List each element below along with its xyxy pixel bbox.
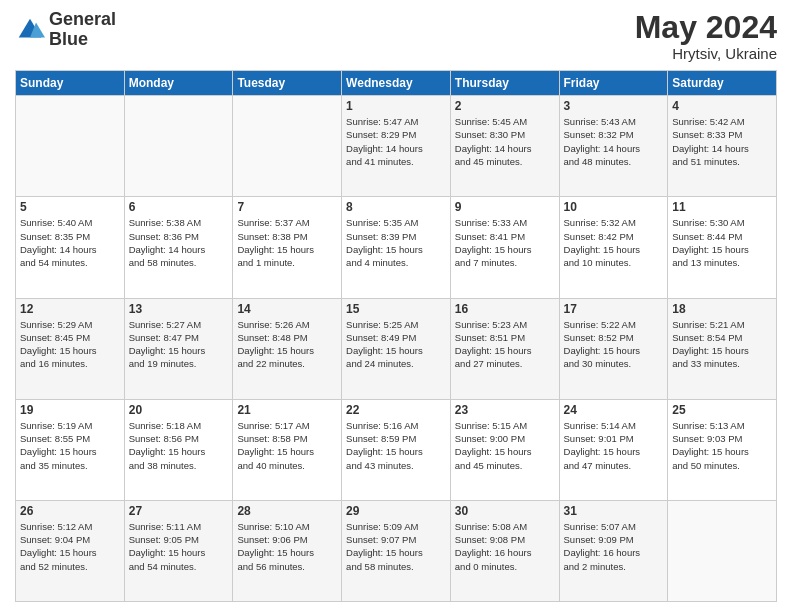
day-info: Sunrise: 5:38 AM Sunset: 8:36 PM Dayligh… <box>129 216 229 269</box>
day-info: Sunrise: 5:22 AM Sunset: 8:52 PM Dayligh… <box>564 318 664 371</box>
table-row: 12Sunrise: 5:29 AM Sunset: 8:45 PM Dayli… <box>16 298 125 399</box>
day-number: 24 <box>564 403 664 417</box>
page: General Blue May 2024 Hrytsiv, Ukraine S… <box>0 0 792 612</box>
col-wednesday: Wednesday <box>342 71 451 96</box>
day-number: 18 <box>672 302 772 316</box>
table-row: 27Sunrise: 5:11 AM Sunset: 9:05 PM Dayli… <box>124 500 233 601</box>
table-row: 25Sunrise: 5:13 AM Sunset: 9:03 PM Dayli… <box>668 399 777 500</box>
day-number: 13 <box>129 302 229 316</box>
table-row <box>16 96 125 197</box>
day-number: 2 <box>455 99 555 113</box>
table-row: 13Sunrise: 5:27 AM Sunset: 8:47 PM Dayli… <box>124 298 233 399</box>
day-number: 17 <box>564 302 664 316</box>
table-row: 7Sunrise: 5:37 AM Sunset: 8:38 PM Daylig… <box>233 197 342 298</box>
table-row: 9Sunrise: 5:33 AM Sunset: 8:41 PM Daylig… <box>450 197 559 298</box>
day-info: Sunrise: 5:16 AM Sunset: 8:59 PM Dayligh… <box>346 419 446 472</box>
calendar-week-row: 1Sunrise: 5:47 AM Sunset: 8:29 PM Daylig… <box>16 96 777 197</box>
table-row: 5Sunrise: 5:40 AM Sunset: 8:35 PM Daylig… <box>16 197 125 298</box>
day-number: 31 <box>564 504 664 518</box>
table-row: 14Sunrise: 5:26 AM Sunset: 8:48 PM Dayli… <box>233 298 342 399</box>
day-number: 22 <box>346 403 446 417</box>
day-number: 10 <box>564 200 664 214</box>
table-row: 4Sunrise: 5:42 AM Sunset: 8:33 PM Daylig… <box>668 96 777 197</box>
logo: General Blue <box>15 10 116 50</box>
day-number: 8 <box>346 200 446 214</box>
day-info: Sunrise: 5:29 AM Sunset: 8:45 PM Dayligh… <box>20 318 120 371</box>
table-row: 23Sunrise: 5:15 AM Sunset: 9:00 PM Dayli… <box>450 399 559 500</box>
table-row: 29Sunrise: 5:09 AM Sunset: 9:07 PM Dayli… <box>342 500 451 601</box>
calendar-week-row: 26Sunrise: 5:12 AM Sunset: 9:04 PM Dayli… <box>16 500 777 601</box>
title-month: May 2024 <box>635 10 777 45</box>
day-info: Sunrise: 5:09 AM Sunset: 9:07 PM Dayligh… <box>346 520 446 573</box>
title-location: Hrytsiv, Ukraine <box>635 45 777 62</box>
day-info: Sunrise: 5:43 AM Sunset: 8:32 PM Dayligh… <box>564 115 664 168</box>
day-info: Sunrise: 5:27 AM Sunset: 8:47 PM Dayligh… <box>129 318 229 371</box>
col-tuesday: Tuesday <box>233 71 342 96</box>
day-info: Sunrise: 5:26 AM Sunset: 8:48 PM Dayligh… <box>237 318 337 371</box>
col-saturday: Saturday <box>668 71 777 96</box>
day-info: Sunrise: 5:19 AM Sunset: 8:55 PM Dayligh… <box>20 419 120 472</box>
table-row: 31Sunrise: 5:07 AM Sunset: 9:09 PM Dayli… <box>559 500 668 601</box>
day-info: Sunrise: 5:32 AM Sunset: 8:42 PM Dayligh… <box>564 216 664 269</box>
table-row: 20Sunrise: 5:18 AM Sunset: 8:56 PM Dayli… <box>124 399 233 500</box>
day-info: Sunrise: 5:07 AM Sunset: 9:09 PM Dayligh… <box>564 520 664 573</box>
day-info: Sunrise: 5:45 AM Sunset: 8:30 PM Dayligh… <box>455 115 555 168</box>
col-monday: Monday <box>124 71 233 96</box>
table-row: 16Sunrise: 5:23 AM Sunset: 8:51 PM Dayli… <box>450 298 559 399</box>
day-info: Sunrise: 5:30 AM Sunset: 8:44 PM Dayligh… <box>672 216 772 269</box>
day-number: 29 <box>346 504 446 518</box>
day-info: Sunrise: 5:08 AM Sunset: 9:08 PM Dayligh… <box>455 520 555 573</box>
day-number: 7 <box>237 200 337 214</box>
table-row: 22Sunrise: 5:16 AM Sunset: 8:59 PM Dayli… <box>342 399 451 500</box>
day-info: Sunrise: 5:15 AM Sunset: 9:00 PM Dayligh… <box>455 419 555 472</box>
day-number: 21 <box>237 403 337 417</box>
day-number: 11 <box>672 200 772 214</box>
day-number: 28 <box>237 504 337 518</box>
day-info: Sunrise: 5:11 AM Sunset: 9:05 PM Dayligh… <box>129 520 229 573</box>
table-row: 18Sunrise: 5:21 AM Sunset: 8:54 PM Dayli… <box>668 298 777 399</box>
day-info: Sunrise: 5:23 AM Sunset: 8:51 PM Dayligh… <box>455 318 555 371</box>
table-row: 30Sunrise: 5:08 AM Sunset: 9:08 PM Dayli… <box>450 500 559 601</box>
day-number: 5 <box>20 200 120 214</box>
title-block: May 2024 Hrytsiv, Ukraine <box>635 10 777 62</box>
table-row: 17Sunrise: 5:22 AM Sunset: 8:52 PM Dayli… <box>559 298 668 399</box>
day-number: 9 <box>455 200 555 214</box>
logo-text: General Blue <box>49 10 116 50</box>
day-info: Sunrise: 5:17 AM Sunset: 8:58 PM Dayligh… <box>237 419 337 472</box>
table-row: 2Sunrise: 5:45 AM Sunset: 8:30 PM Daylig… <box>450 96 559 197</box>
day-info: Sunrise: 5:47 AM Sunset: 8:29 PM Dayligh… <box>346 115 446 168</box>
day-number: 12 <box>20 302 120 316</box>
day-number: 1 <box>346 99 446 113</box>
col-friday: Friday <box>559 71 668 96</box>
day-number: 27 <box>129 504 229 518</box>
day-number: 15 <box>346 302 446 316</box>
day-number: 3 <box>564 99 664 113</box>
col-thursday: Thursday <box>450 71 559 96</box>
header: General Blue May 2024 Hrytsiv, Ukraine <box>15 10 777 62</box>
col-sunday: Sunday <box>16 71 125 96</box>
day-number: 23 <box>455 403 555 417</box>
day-info: Sunrise: 5:10 AM Sunset: 9:06 PM Dayligh… <box>237 520 337 573</box>
day-number: 14 <box>237 302 337 316</box>
day-info: Sunrise: 5:12 AM Sunset: 9:04 PM Dayligh… <box>20 520 120 573</box>
day-info: Sunrise: 5:21 AM Sunset: 8:54 PM Dayligh… <box>672 318 772 371</box>
day-info: Sunrise: 5:42 AM Sunset: 8:33 PM Dayligh… <box>672 115 772 168</box>
calendar-week-row: 5Sunrise: 5:40 AM Sunset: 8:35 PM Daylig… <box>16 197 777 298</box>
day-info: Sunrise: 5:40 AM Sunset: 8:35 PM Dayligh… <box>20 216 120 269</box>
day-number: 26 <box>20 504 120 518</box>
table-row: 11Sunrise: 5:30 AM Sunset: 8:44 PM Dayli… <box>668 197 777 298</box>
day-info: Sunrise: 5:14 AM Sunset: 9:01 PM Dayligh… <box>564 419 664 472</box>
table-row: 15Sunrise: 5:25 AM Sunset: 8:49 PM Dayli… <box>342 298 451 399</box>
logo-line1: General <box>49 10 116 30</box>
day-number: 19 <box>20 403 120 417</box>
calendar-table: Sunday Monday Tuesday Wednesday Thursday… <box>15 70 777 602</box>
table-row: 21Sunrise: 5:17 AM Sunset: 8:58 PM Dayli… <box>233 399 342 500</box>
table-row <box>233 96 342 197</box>
table-row: 24Sunrise: 5:14 AM Sunset: 9:01 PM Dayli… <box>559 399 668 500</box>
day-number: 16 <box>455 302 555 316</box>
logo-icon <box>15 15 45 45</box>
table-row: 8Sunrise: 5:35 AM Sunset: 8:39 PM Daylig… <box>342 197 451 298</box>
logo-line2: Blue <box>49 30 116 50</box>
day-info: Sunrise: 5:25 AM Sunset: 8:49 PM Dayligh… <box>346 318 446 371</box>
calendar-week-row: 19Sunrise: 5:19 AM Sunset: 8:55 PM Dayli… <box>16 399 777 500</box>
